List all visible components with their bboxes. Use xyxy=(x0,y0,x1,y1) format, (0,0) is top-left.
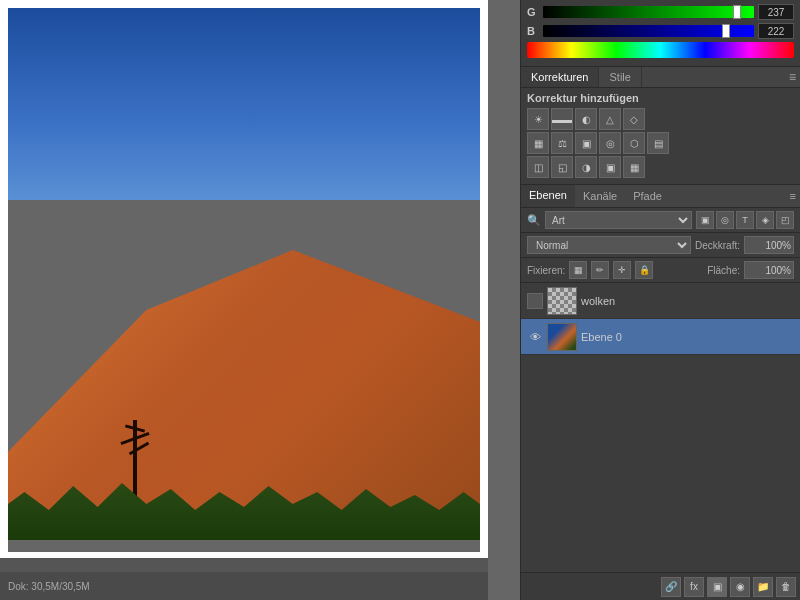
exposure-icon[interactable]: △ xyxy=(599,108,621,130)
opacity-input[interactable] xyxy=(744,236,794,254)
tab-kanaele[interactable]: Kanäle xyxy=(575,186,625,206)
color-section: G B xyxy=(521,0,800,67)
color-gradient-bar[interactable] xyxy=(527,42,794,58)
fix-icon-checker[interactable]: ▦ xyxy=(569,261,587,279)
layer-name-ebene0: Ebene 0 xyxy=(581,331,794,343)
channel-mixer-icon[interactable]: ⬡ xyxy=(623,132,645,154)
b-value-input[interactable] xyxy=(758,23,794,39)
fx-button[interactable]: fx xyxy=(684,577,704,597)
g-slider-container[interactable] xyxy=(543,6,754,18)
fix-icon-move[interactable]: ✛ xyxy=(613,261,631,279)
color-balance-icon[interactable]: ⚖ xyxy=(551,132,573,154)
layer-filter-row: 🔍 Art ▣ ◎ T ◈ ◰ xyxy=(521,208,800,233)
brightness-icon[interactable]: ☀ xyxy=(527,108,549,130)
layer-item-wolken[interactable]: wolken xyxy=(521,283,800,319)
invert-icon[interactable]: ◫ xyxy=(527,156,549,178)
horizontal-scrollbar[interactable] xyxy=(0,558,488,572)
tab-korrekturen[interactable]: Korrekturen xyxy=(521,67,599,87)
layer-icon-smart[interactable]: ◰ xyxy=(776,211,794,229)
threshold-icon[interactable]: ◑ xyxy=(575,156,597,178)
layer-eye-ebene0[interactable]: 👁 xyxy=(527,329,543,345)
flache-label: Fläche: xyxy=(707,265,740,276)
g-label: G xyxy=(527,6,539,18)
color-g-row: G xyxy=(527,4,794,20)
fixieren-row: Fixieren: ▦ ✏ ✛ 🔒 Fläche: xyxy=(521,258,800,283)
ebenen-tabs: Ebenen Kanäle Pfade ≡ xyxy=(521,185,800,208)
fix-icon-lock[interactable]: 🔒 xyxy=(635,261,653,279)
gradient-map-icon[interactable]: ▣ xyxy=(599,156,621,178)
korrekturen-tabs: Korrekturen Stile ≡ xyxy=(521,67,800,88)
fixieren-label: Fixieren: xyxy=(527,265,565,276)
selective-color-icon[interactable]: ▦ xyxy=(623,156,645,178)
korrektur-icon-row1: ☀ ▬▬ ◐ △ ◇ xyxy=(527,108,794,130)
b-slider-thumb[interactable] xyxy=(722,24,730,38)
layer-thumbnail-ebene0 xyxy=(547,323,577,351)
hue-sat-icon[interactable]: ▦ xyxy=(527,132,549,154)
new-adjustment-button[interactable]: ◉ xyxy=(730,577,750,597)
g-value-input[interactable] xyxy=(758,4,794,20)
tab-stile[interactable]: Stile xyxy=(599,67,641,87)
korrektur-title: Korrektur hinzufügen xyxy=(527,92,794,104)
mode-opacity-row: Normal Deckkraft: xyxy=(521,233,800,258)
layer-bottom-toolbar: 🔗 fx ▣ ◉ 📁 🗑 xyxy=(521,572,800,600)
layer-search-icon: 🔍 xyxy=(527,214,541,227)
opacity-label: Deckkraft: xyxy=(695,240,740,251)
layer-item-ebene0[interactable]: 👁 Ebene 0 xyxy=(521,319,800,355)
right-panel: G B Korrekturen Stile ≡ Korrektur hinzuf… xyxy=(520,0,800,600)
layer-action-icons: ▣ ◎ T ◈ ◰ xyxy=(696,211,794,229)
g-slider-thumb[interactable] xyxy=(733,5,741,19)
korrektur-section: Korrektur hinzufügen ☀ ▬▬ ◐ △ ◇ ▦ ⚖ ▣ ◎ … xyxy=(521,88,800,185)
layer-thumbnail-wolken xyxy=(547,287,577,315)
color-b-row: B xyxy=(527,23,794,39)
b-label: B xyxy=(527,25,539,37)
add-mask-button[interactable]: ▣ xyxy=(707,577,727,597)
korrektur-icon-row2: ▦ ⚖ ▣ ◎ ⬡ ▤ xyxy=(527,132,794,154)
canvas-status-bar: Dok: 30,5M/30,5M xyxy=(0,572,488,600)
vibrance-icon[interactable]: ◇ xyxy=(623,108,645,130)
layer-name-wolken: wolken xyxy=(581,295,794,307)
delete-layer-button[interactable]: 🗑 xyxy=(776,577,796,597)
levels-icon[interactable]: ▬▬ xyxy=(551,108,573,130)
layer-filter-select[interactable]: Art xyxy=(545,211,692,229)
tab-pfade[interactable]: Pfade xyxy=(625,186,670,206)
flache-input[interactable] xyxy=(744,261,794,279)
new-group-button[interactable]: 📁 xyxy=(753,577,773,597)
panel-menu-icon[interactable]: ≡ xyxy=(789,70,796,84)
blend-mode-select[interactable]: Normal xyxy=(527,236,691,254)
fix-icon-brush[interactable]: ✏ xyxy=(591,261,609,279)
layer-icon-adjustment[interactable]: ◈ xyxy=(756,211,774,229)
g-slider-track xyxy=(543,6,754,18)
photo-filter-icon[interactable]: ◎ xyxy=(599,132,621,154)
b-slider-container[interactable] xyxy=(543,25,754,37)
posterize-icon[interactable]: ◱ xyxy=(551,156,573,178)
layer-icon-effects[interactable]: ◎ xyxy=(716,211,734,229)
layer-visibility-wolken[interactable] xyxy=(527,293,543,309)
layer-icon-thumbnail[interactable]: ▣ xyxy=(696,211,714,229)
curves-icon[interactable]: ◐ xyxy=(575,108,597,130)
korrektur-icon-row3: ◫ ◱ ◑ ▣ ▦ xyxy=(527,156,794,178)
image-frame xyxy=(0,0,488,560)
canvas-area: Dok: 30,5M/30,5M xyxy=(0,0,520,600)
bw-icon[interactable]: ▣ xyxy=(575,132,597,154)
layer-icon-text[interactable]: T xyxy=(736,211,754,229)
tab-ebenen[interactable]: Ebenen xyxy=(521,185,575,207)
layer-list: wolken 👁 Ebene 0 xyxy=(521,283,800,572)
ebenen-panel-menu-icon[interactable]: ≡ xyxy=(790,190,796,202)
color-lookup-icon[interactable]: ▤ xyxy=(647,132,669,154)
link-layers-button[interactable]: 🔗 xyxy=(661,577,681,597)
canvas-doc-info: Dok: 30,5M/30,5M xyxy=(8,581,90,592)
